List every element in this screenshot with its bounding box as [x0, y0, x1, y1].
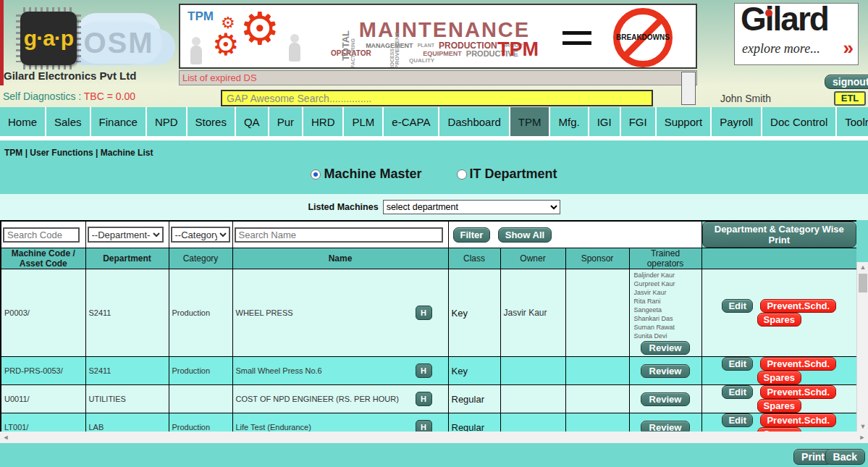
table-row: PRD-PRS-0053/ S2411 Production Small Whe…: [1, 357, 856, 385]
filter-button[interactable]: Filter: [453, 227, 491, 243]
prevent-schd-button[interactable]: Prevent.Schd.: [760, 413, 836, 427]
nav-item[interactable]: FGI: [621, 107, 657, 136]
gilard-logo-red-dot: [765, 9, 772, 17]
banner-tpm-label: TPM: [187, 9, 214, 24]
col-name: Name: [232, 248, 448, 269]
expired-ds-bar[interactable]: List of expired DS: [179, 70, 697, 85]
no-breakdowns-icon: BREAKDOWNS: [613, 8, 673, 67]
nav-item[interactable]: IGI: [589, 107, 621, 136]
expired-ds-scroll-box[interactable]: [681, 72, 696, 105]
spares-button[interactable]: Spares: [757, 399, 801, 413]
logged-in-user: John Smith: [720, 93, 771, 104]
prevent-schd-button[interactable]: Prevent.Schd.: [760, 385, 836, 399]
banner-tpm-big-label: TPM: [497, 38, 539, 61]
review-button[interactable]: Review: [641, 341, 691, 355]
category-filter-select[interactable]: --Category--: [171, 227, 230, 243]
gap-awesome-search-input[interactable]: [221, 90, 653, 106]
spares-button[interactable]: Spares: [757, 371, 801, 384]
dept-category-wise-print-button[interactable]: Department & Category Wise Print: [702, 222, 856, 248]
etl-button[interactable]: ETL: [834, 91, 866, 106]
nav-item[interactable]: Dashboard: [439, 107, 510, 136]
nav-item[interactable]: Sales: [46, 107, 91, 136]
category-cell: Production: [169, 413, 232, 432]
signout-button[interactable]: signout: [825, 75, 868, 89]
nav-item[interactable]: Home: [0, 107, 46, 136]
nav-item[interactable]: NPD: [147, 107, 187, 136]
radio-selected-icon[interactable]: [311, 169, 321, 180]
row-actions-cell: Edit Prevent.Schd. Spares: [701, 357, 856, 385]
col-sponsor: Sponsor: [565, 248, 629, 269]
word-cloud-term: QUALITY: [409, 57, 434, 64]
owner-cell: [500, 385, 565, 413]
department-cell: S2411: [85, 357, 169, 385]
gilard-logo-text: Gilard: [741, 3, 828, 38]
word-cloud-term: PLANT: [418, 42, 434, 49]
name-cell: Life Test (Endurance) H: [232, 413, 448, 432]
radio-it-department[interactable]: IT Department: [457, 167, 557, 182]
nav-item[interactable]: PLM: [344, 107, 384, 136]
table-vertical-scrollbar[interactable]: ▲ ▼: [856, 262, 868, 432]
department-filter-select[interactable]: --Department--: [88, 227, 164, 243]
nav-item[interactable]: Doc Control: [762, 107, 837, 136]
machine-code-cell: PRD-PRS-0053/: [1, 357, 85, 385]
breadcrumb-band: TPM | User Functions | Machine List Mach…: [0, 140, 868, 194]
edit-button[interactable]: Edit: [722, 385, 753, 399]
company-name: Gilard Electronics Pvt Ltd: [4, 70, 136, 82]
history-button[interactable]: H: [416, 420, 432, 432]
history-button[interactable]: H: [416, 306, 432, 320]
nav-item[interactable]: QA: [236, 107, 269, 136]
nav-item[interactable]: Finance: [91, 107, 147, 136]
worker-figure: [289, 43, 300, 62]
table-horizontal-scrollbar[interactable]: ◄ ►: [0, 432, 868, 443]
search-code-input[interactable]: [3, 227, 80, 243]
table-filter-row: --Department-- --Category-- Filter Show …: [1, 221, 856, 248]
nav-item[interactable]: Mfg.: [550, 107, 589, 136]
trained-operator-name: Suman Rawat: [634, 323, 701, 332]
gilard-tagline: explore more...: [742, 41, 820, 56]
prevent-schd-button[interactable]: Prevent.Schd.: [760, 357, 836, 371]
row-actions-cell: Edit Prevent.Schd. Spares: [701, 269, 856, 357]
back-button[interactable]: Back: [825, 449, 865, 465]
nav-item[interactable]: Pur: [269, 107, 303, 136]
radio-unselected-icon[interactable]: [457, 169, 467, 180]
self-diagnostics-value: TBC = 0.00: [84, 91, 135, 102]
machine-name: Small Wheel Press No.6: [236, 366, 322, 375]
machine-table: --Department-- --Category-- Filter Show …: [0, 220, 856, 432]
nav-item[interactable]: TPM: [510, 107, 551, 136]
scroll-right-arrow-icon[interactable]: ►: [856, 432, 868, 443]
owner-cell: [500, 413, 565, 432]
spares-button[interactable]: Spares: [757, 313, 801, 327]
scroll-down-arrow-icon[interactable]: ▼: [857, 421, 868, 432]
edit-button[interactable]: Edit: [722, 413, 753, 427]
vertical-scroll-thumb[interactable]: [859, 274, 867, 293]
machine-table-container: --Department-- --Category-- Filter Show …: [0, 220, 856, 432]
nav-item[interactable]: Support: [657, 107, 712, 136]
gilard-brand-logo: Gilard explore more... »: [734, 3, 859, 65]
word-cloud-term: PRODUCTION: [439, 42, 497, 49]
review-button[interactable]: Review: [641, 421, 691, 432]
search-name-input[interactable]: [235, 227, 443, 243]
scroll-up-arrow-icon[interactable]: ▲: [857, 262, 868, 272]
nav-item[interactable]: e-CAPA: [384, 107, 439, 136]
review-button[interactable]: Review: [641, 392, 691, 406]
owner-cell: [500, 357, 565, 385]
review-button[interactable]: Review: [641, 364, 691, 378]
nav-item[interactable]: Toolroom: [837, 107, 868, 136]
edit-button[interactable]: Edit: [722, 299, 753, 313]
row-actions-cell: Edit Prevent.Schd. Spares: [701, 385, 856, 413]
nav-item[interactable]: Stores: [187, 107, 236, 136]
listed-machines-select[interactable]: select department: [383, 200, 560, 214]
radio-machine-master[interactable]: Machine Master: [311, 167, 421, 182]
prevent-schd-button[interactable]: Prevent.Schd.: [760, 299, 836, 313]
category-cell: [169, 385, 232, 413]
history-button[interactable]: H: [416, 392, 432, 406]
scroll-left-arrow-icon[interactable]: ◄: [0, 432, 12, 443]
sponsor-cell: [565, 413, 629, 432]
nav-item[interactable]: HRD: [303, 107, 345, 136]
edit-button[interactable]: Edit: [722, 357, 753, 371]
history-button[interactable]: H: [416, 363, 432, 378]
show-all-button[interactable]: Show All: [498, 227, 552, 243]
word-cloud-term: EQUIPMENT: [423, 50, 462, 57]
trained-operators-cell: Baljinder KaurGurpreet KaurJasvir KaurRi…: [629, 269, 701, 357]
nav-item[interactable]: Payroll: [712, 107, 762, 136]
